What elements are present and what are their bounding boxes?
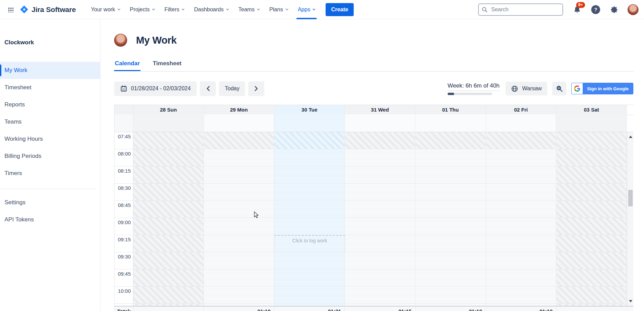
time-slot[interactable] bbox=[133, 218, 204, 235]
time-slot[interactable] bbox=[345, 304, 415, 306]
time-slot[interactable] bbox=[345, 184, 415, 201]
time-slot[interactable] bbox=[556, 235, 627, 252]
time-slot[interactable] bbox=[556, 218, 627, 235]
app-switcher-button[interactable] bbox=[5, 4, 16, 15]
time-slot[interactable] bbox=[345, 201, 415, 218]
sidebar-item-teams[interactable]: Teams bbox=[0, 113, 100, 130]
time-slot[interactable] bbox=[204, 287, 275, 304]
time-slot[interactable] bbox=[204, 166, 275, 184]
time-slot[interactable] bbox=[133, 201, 204, 218]
nav-item-dashboards[interactable]: Dashboards bbox=[189, 0, 233, 19]
time-slot[interactable] bbox=[486, 304, 557, 306]
calendar-scrollbar[interactable] bbox=[627, 132, 633, 306]
allday-cell[interactable] bbox=[486, 114, 557, 132]
nav-item-filters[interactable]: Filters bbox=[160, 0, 190, 19]
time-slot[interactable] bbox=[345, 235, 415, 252]
nav-item-projects[interactable]: Projects bbox=[125, 0, 160, 19]
time-slot[interactable] bbox=[486, 218, 557, 235]
time-slot[interactable] bbox=[204, 149, 275, 166]
time-slot[interactable] bbox=[345, 132, 415, 149]
settings-button[interactable] bbox=[609, 4, 619, 15]
time-slot[interactable] bbox=[486, 269, 557, 287]
time-slot[interactable] bbox=[133, 287, 204, 304]
time-slot[interactable] bbox=[556, 132, 627, 149]
sidebar-item-api-tokens[interactable]: API Tokens bbox=[0, 211, 100, 228]
time-slot[interactable] bbox=[415, 287, 486, 304]
nav-item-teams[interactable]: Teams bbox=[234, 0, 265, 19]
time-slot[interactable] bbox=[556, 252, 627, 269]
time-slot[interactable] bbox=[415, 218, 486, 235]
time-slot[interactable] bbox=[415, 184, 486, 201]
time-slot[interactable] bbox=[556, 184, 627, 201]
time-slot[interactable] bbox=[345, 252, 415, 269]
scroll-up-icon[interactable] bbox=[629, 136, 632, 138]
time-slot[interactable] bbox=[486, 201, 557, 218]
allday-cell[interactable] bbox=[556, 114, 627, 132]
notifications-button[interactable]: 9+ bbox=[572, 4, 582, 15]
sidebar-item-settings[interactable]: Settings bbox=[0, 194, 100, 211]
search-input[interactable] bbox=[478, 3, 563, 16]
time-slot[interactable] bbox=[556, 269, 627, 287]
time-slot[interactable] bbox=[274, 218, 345, 235]
time-slot[interactable] bbox=[133, 252, 204, 269]
sidebar-item-my-work[interactable]: My Work bbox=[0, 62, 100, 79]
previous-week-button[interactable] bbox=[200, 81, 216, 96]
time-slot[interactable] bbox=[204, 132, 275, 149]
nav-item-apps[interactable]: Apps bbox=[293, 0, 320, 19]
time-slot[interactable] bbox=[486, 149, 557, 166]
tab-calendar[interactable]: Calendar bbox=[114, 59, 141, 71]
time-slot[interactable] bbox=[556, 166, 627, 184]
time-slot[interactable] bbox=[486, 252, 557, 269]
scroll-down-icon[interactable] bbox=[629, 300, 632, 302]
create-button[interactable]: Create bbox=[326, 3, 354, 16]
time-slot[interactable] bbox=[556, 287, 627, 304]
tab-timesheet[interactable]: Timesheet bbox=[152, 59, 182, 71]
zoom-out-button[interactable] bbox=[552, 82, 567, 95]
time-slot[interactable] bbox=[274, 166, 345, 184]
time-slot[interactable] bbox=[556, 304, 627, 306]
time-slot[interactable] bbox=[204, 304, 275, 306]
time-slot[interactable] bbox=[274, 149, 345, 166]
time-slot[interactable] bbox=[415, 304, 486, 306]
help-button[interactable]: ? bbox=[591, 4, 601, 15]
time-slot[interactable] bbox=[556, 201, 627, 218]
sidebar-item-billing-periods[interactable]: Billing Periods bbox=[0, 148, 100, 165]
time-slot[interactable] bbox=[204, 201, 275, 218]
sidebar-item-timesheet[interactable]: Timesheet bbox=[0, 79, 100, 96]
time-slot[interactable] bbox=[204, 269, 275, 287]
time-slot[interactable] bbox=[415, 132, 486, 149]
time-slot[interactable] bbox=[274, 184, 345, 201]
time-slot[interactable] bbox=[274, 304, 345, 306]
time-slot[interactable] bbox=[133, 149, 204, 166]
scrollbar-thumb[interactable] bbox=[628, 190, 633, 206]
time-slot[interactable] bbox=[556, 149, 627, 166]
time-slot[interactable] bbox=[415, 149, 486, 166]
today-button[interactable]: Today bbox=[219, 81, 245, 96]
time-slot[interactable] bbox=[486, 132, 557, 149]
time-slot[interactable] bbox=[486, 287, 557, 304]
next-week-button[interactable] bbox=[248, 81, 264, 96]
nav-item-plans[interactable]: Plans bbox=[265, 0, 293, 19]
time-slot[interactable] bbox=[345, 149, 415, 166]
time-slot[interactable] bbox=[415, 269, 486, 287]
time-slot[interactable] bbox=[274, 269, 345, 287]
allday-cell[interactable] bbox=[274, 114, 345, 132]
time-slot[interactable] bbox=[274, 201, 345, 218]
time-slot[interactable] bbox=[274, 287, 345, 304]
sidebar-item-timers[interactable]: Timers bbox=[0, 165, 100, 182]
time-slot[interactable] bbox=[133, 235, 204, 252]
time-slot[interactable] bbox=[204, 218, 275, 235]
time-slot[interactable] bbox=[204, 184, 275, 201]
time-slot[interactable] bbox=[133, 166, 204, 184]
time-slot[interactable] bbox=[204, 235, 275, 252]
user-avatar[interactable] bbox=[628, 4, 639, 15]
time-slot[interactable] bbox=[345, 218, 415, 235]
sidebar-item-working-hours[interactable]: Working Hours bbox=[0, 130, 100, 148]
allday-cell[interactable] bbox=[345, 114, 415, 132]
timezone-button[interactable]: Warsaw bbox=[506, 82, 547, 95]
time-slot[interactable] bbox=[133, 269, 204, 287]
time-slot[interactable] bbox=[133, 304, 204, 306]
time-slot[interactable] bbox=[415, 252, 486, 269]
time-slot[interactable] bbox=[415, 166, 486, 184]
time-slot[interactable] bbox=[133, 132, 204, 149]
